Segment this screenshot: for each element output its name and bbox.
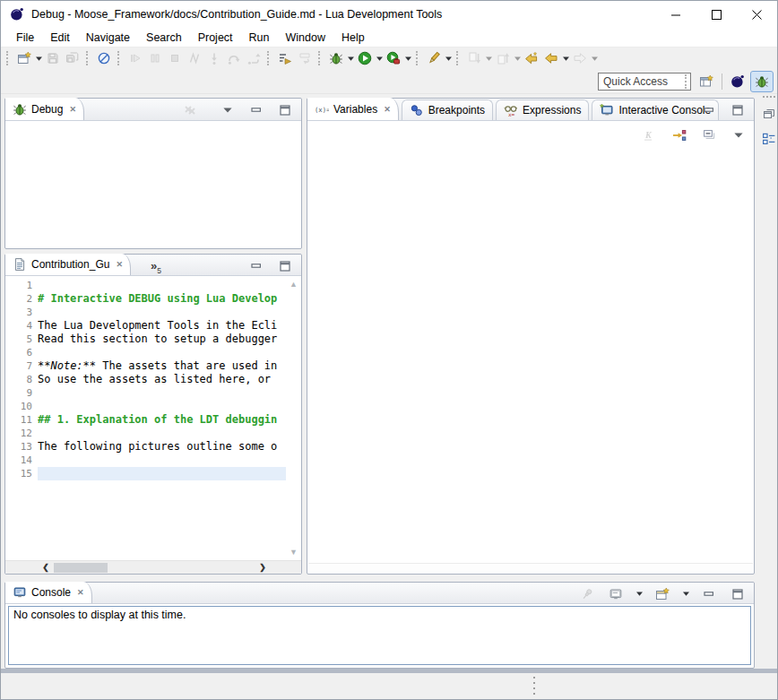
- tab-debug[interactable]: Debug ✕: [5, 98, 84, 120]
- maximize-window-button[interactable]: [696, 1, 737, 28]
- status-bar-drag-handle[interactable]: [533, 677, 535, 695]
- dropdown-caret-icon[interactable]: [346, 48, 355, 68]
- scroll-right-arrow[interactable]: ❯: [256, 561, 269, 574]
- save-all-button[interactable]: [63, 48, 82, 68]
- menu-edit[interactable]: Edit: [42, 28, 78, 48]
- menu-window[interactable]: Window: [278, 28, 333, 48]
- scrollbar-thumb[interactable]: [54, 563, 108, 573]
- minimize-view-button[interactable]: [246, 100, 266, 120]
- remove-terminated-button[interactable]: [180, 100, 200, 120]
- minimize-view-button[interactable]: [699, 584, 719, 604]
- minimize-view-button[interactable]: [246, 256, 266, 276]
- close-tab-button[interactable]: ✕: [67, 105, 76, 114]
- dropdown-caret-icon[interactable]: [444, 48, 453, 68]
- close-window-button[interactable]: [737, 1, 777, 28]
- last-edit-location-button[interactable]: [522, 48, 541, 68]
- open-console-button[interactable]: [653, 584, 672, 604]
- editor-text-area[interactable]: # Interactive DEBUG using Lua DevelopThe…: [38, 276, 286, 560]
- skip-all-breakpoints-button[interactable]: [94, 48, 114, 68]
- menu-navigate[interactable]: Navigate: [78, 28, 138, 48]
- line-number: 3: [14, 306, 38, 319]
- dropdown-caret-icon[interactable]: [375, 48, 384, 68]
- quick-access-input[interactable]: [598, 73, 691, 91]
- disconnect-button[interactable]: [185, 48, 204, 68]
- maximize-view-button[interactable]: [275, 256, 295, 276]
- step-return-button[interactable]: [244, 48, 264, 68]
- editor-annotation-ruler[interactable]: [5, 276, 14, 560]
- scroll-left-arrow[interactable]: ❮: [39, 561, 52, 574]
- close-tab-button[interactable]: ✕: [382, 105, 391, 114]
- menu-project[interactable]: Project: [190, 28, 241, 48]
- display-selected-console-button[interactable]: [606, 584, 626, 604]
- menu-help[interactable]: Help: [333, 28, 373, 48]
- more-editors-chevron[interactable]: »5: [151, 255, 161, 275]
- dropdown-caret-icon[interactable]: [681, 584, 690, 604]
- mark-occurrences-button[interactable]: [424, 48, 444, 68]
- ldt-perspective-button[interactable]: [727, 72, 748, 91]
- minimize-window-button[interactable]: [656, 1, 696, 28]
- save-button[interactable]: [43, 48, 63, 68]
- editor-horizontal-scrollbar[interactable]: ❮ ❯: [5, 560, 301, 574]
- restore-views-button[interactable]: [760, 105, 778, 123]
- step-over-button[interactable]: [224, 48, 244, 68]
- dropdown-caret-icon[interactable]: [403, 48, 412, 68]
- collapse-all-button[interactable]: [699, 125, 719, 145]
- view-menu-button[interactable]: [218, 100, 238, 120]
- view-menu-button[interactable]: [729, 125, 748, 145]
- editor-line-number-ruler[interactable]: 123456789101112131415: [14, 276, 38, 560]
- view-menu-icon: [731, 128, 746, 143]
- minimized-views-strip: [758, 94, 778, 578]
- menu-search[interactable]: Search: [138, 28, 190, 48]
- resume-button[interactable]: [125, 48, 145, 68]
- line-number: 5: [14, 333, 38, 346]
- tab-label: Expressions: [523, 104, 581, 117]
- new-wizard-button[interactable]: [14, 48, 34, 68]
- dropdown-caret-icon[interactable]: [635, 584, 644, 604]
- close-tab-button[interactable]: ✕: [75, 588, 84, 597]
- maximize-view-button[interactable]: [728, 584, 748, 604]
- open-perspective-button[interactable]: [696, 72, 717, 91]
- tab-breakpoints[interactable]: Breakpoints: [402, 99, 493, 120]
- previous-annotation-button[interactable]: [493, 48, 513, 68]
- debug-button[interactable]: [326, 48, 346, 68]
- svg-text:K: K: [644, 130, 653, 140]
- maximize-view-button[interactable]: [275, 100, 295, 120]
- debug-perspective-button[interactable]: [751, 72, 773, 91]
- maximize-view-button[interactable]: [728, 100, 748, 120]
- menu-file[interactable]: File: [8, 28, 42, 48]
- next-annotation-button[interactable]: [464, 48, 484, 68]
- dropdown-caret-icon[interactable]: [34, 48, 43, 68]
- terminate-button[interactable]: [165, 48, 185, 68]
- editor-vertical-scrollbar[interactable]: ▲ ▼: [286, 276, 301, 560]
- scroll-up-arrow[interactable]: ▲: [286, 278, 301, 290]
- dropdown-caret-icon[interactable]: [513, 48, 522, 68]
- tab-expressions[interactable]: x=Expressions: [496, 99, 589, 120]
- last-edit-location-icon: [524, 51, 539, 65]
- menu-run[interactable]: Run: [241, 28, 278, 48]
- minimize-view-button[interactable]: [699, 100, 719, 120]
- back-button[interactable]: [541, 48, 561, 68]
- outline-view-button[interactable]: [760, 130, 778, 148]
- tab-variables[interactable]: (x)=Variables✕: [307, 98, 399, 120]
- tab-contribution-guide[interactable]: Contribution_Gu ✕: [5, 254, 131, 275]
- close-tab-button[interactable]: ✕: [114, 260, 123, 269]
- drop-to-frame-button[interactable]: [295, 48, 315, 68]
- scroll-down-arrow[interactable]: ▼: [286, 546, 301, 558]
- dropdown-caret-icon[interactable]: [561, 48, 570, 68]
- dropdown-caret-icon[interactable]: [484, 48, 493, 68]
- show-logical-structure-button[interactable]: [670, 125, 689, 145]
- pin-console-button[interactable]: [577, 584, 597, 604]
- line-number: 11: [14, 413, 38, 427]
- tab-console[interactable]: Console ✕: [5, 582, 92, 603]
- external-tools-button[interactable]: [384, 48, 403, 68]
- run-button[interactable]: [355, 48, 375, 68]
- show-type-names-button[interactable]: K: [640, 125, 660, 145]
- step-into-button[interactable]: [204, 48, 224, 68]
- use-step-filters-button[interactable]: [275, 48, 295, 68]
- forward-button[interactable]: [570, 48, 590, 68]
- dropdown-caret-icon[interactable]: [590, 48, 599, 68]
- pin-console-icon: [580, 587, 594, 601]
- back-icon: [544, 51, 558, 65]
- open-perspective-icon: [699, 74, 713, 89]
- suspend-button[interactable]: [145, 48, 165, 68]
